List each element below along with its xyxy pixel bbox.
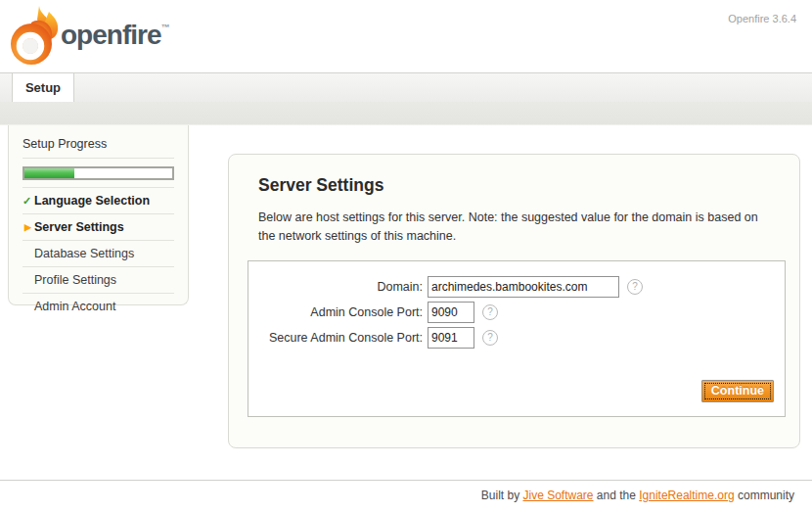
step-label: Profile Settings (34, 273, 116, 287)
check-icon: ✓ (23, 196, 34, 207)
setup-progress-fill (24, 168, 74, 178)
server-settings-form: Domain: ? Admin Console Port: ? Secure A… (248, 260, 786, 417)
brand-title: openfire™ (61, 20, 169, 51)
arrow-right-icon: ▶ (23, 223, 34, 232)
domain-label: Domain: (248, 280, 428, 294)
igniterealtime-link[interactable]: IgniteRealtime.org (639, 489, 734, 502)
domain-input[interactable] (428, 276, 619, 298)
help-icon[interactable]: ? (627, 279, 643, 295)
jive-software-link[interactable]: Jive Software (523, 489, 594, 502)
help-icon[interactable]: ? (482, 304, 498, 320)
server-settings-panel: Server Settings Below are host settings … (228, 154, 800, 448)
admin-console-port-input[interactable] (428, 302, 474, 323)
step-label: Language Selection (34, 194, 150, 208)
trademark: ™ (160, 23, 169, 32)
openfire-setup-screen: openfire™ Openfire 3.6.4 Setup Setup Pro… (0, 0, 812, 513)
admin-console-port-label: Admin Console Port: (248, 305, 428, 319)
sub-navigation-bar (0, 102, 812, 125)
setup-progress-sidebar: Setup Progress ✓ Language Selection ▶ Se… (8, 125, 189, 305)
tab-strip: Setup (0, 72, 812, 102)
version-label: Openfire 3.6.4 (728, 13, 796, 24)
page-description: Below are host settings for this server.… (258, 209, 770, 246)
step-label: Database Settings (34, 247, 134, 260)
header: openfire™ Openfire 3.6.4 (0, 0, 812, 72)
step-language-selection: ✓ Language Selection (23, 187, 174, 213)
footer-text: Built by (481, 489, 523, 502)
step-label: Admin Account (34, 300, 115, 313)
form-row-domain: Domain: ? (248, 276, 785, 298)
sidebar-title: Setup Progress (23, 137, 174, 159)
step-label: Server Settings (34, 220, 124, 234)
step-server-settings: ▶ Server Settings (23, 213, 174, 240)
setup-steps-list: ✓ Language Selection ▶ Server Settings D… (23, 187, 174, 319)
form-row-admin-port: Admin Console Port: ? (248, 302, 785, 323)
setup-progress-bar (23, 166, 174, 180)
page-title: Server Settings (258, 175, 799, 196)
form-row-secure-port: Secure Admin Console Port: ? (248, 327, 785, 349)
secure-admin-console-port-input[interactable] (428, 327, 474, 349)
footer: Built by Jive Software and the IgniteRea… (0, 480, 812, 502)
secure-admin-console-port-label: Secure Admin Console Port: (248, 331, 428, 345)
continue-button[interactable]: Continue (701, 380, 774, 402)
footer-text: and the (594, 489, 640, 502)
openfire-logo-icon (10, 5, 61, 68)
step-database-settings: Database Settings (23, 240, 174, 266)
footer-text: community (735, 489, 794, 502)
step-admin-account: Admin Account (23, 293, 174, 319)
help-icon[interactable]: ? (482, 330, 498, 346)
step-profile-settings: Profile Settings (23, 266, 174, 293)
tab-setup[interactable]: Setup (12, 73, 74, 102)
